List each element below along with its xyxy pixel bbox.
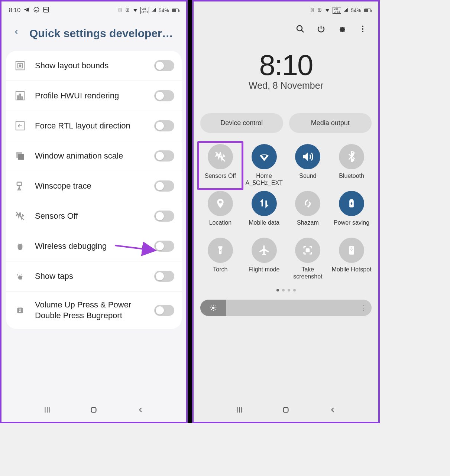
tile-mobile-data[interactable]: Mobile data: [244, 191, 284, 234]
recents-button[interactable]: [235, 406, 243, 415]
status-bar: Vo)LTE1 54%: [194, 1, 378, 19]
torch-icon: [208, 238, 233, 263]
svg-point-26: [263, 159, 265, 160]
svg-rect-8: [17, 96, 19, 100]
nav-bar: [194, 400, 378, 422]
volte-icon: Vo)LTE1: [333, 7, 341, 14]
tile-screenshot[interactable]: Take screenshot: [288, 238, 328, 281]
status-time: 8:10: [9, 7, 20, 14]
svg-point-23: [362, 26, 363, 27]
settings-screen: 8:10 Vo)LTE1 54% Quick settings develope…: [0, 0, 188, 423]
setting-label: Show taps: [35, 271, 146, 282]
tile-power-saving[interactable]: Power saving: [331, 191, 372, 234]
more-icon[interactable]: [358, 25, 367, 33]
wifi-icon: [132, 7, 138, 14]
toggle[interactable]: [154, 150, 174, 162]
signal-icon: [151, 7, 156, 14]
setting-winscope[interactable]: Winscope trace: [6, 171, 182, 201]
nav-bar: [1, 400, 186, 422]
toggle[interactable]: [154, 120, 174, 131]
setting-hwui[interactable]: Profile HWUI rendering: [6, 81, 182, 111]
back-button[interactable]: [13, 27, 20, 40]
tile-wifi[interactable]: Home A_5GHz_EXT: [244, 144, 284, 187]
tile-flight-mode[interactable]: Flight mode: [244, 238, 284, 281]
svg-point-29: [220, 250, 221, 251]
battery-percent: 54%: [351, 7, 361, 13]
setting-show-taps[interactable]: Show taps: [6, 261, 182, 291]
toggle[interactable]: [154, 60, 174, 71]
svg-point-0: [34, 7, 39, 12]
volte-icon: Vo)LTE1: [140, 7, 149, 14]
tile-label: Flight mode: [249, 266, 280, 281]
toggle[interactable]: [154, 271, 174, 282]
gear-icon[interactable]: [337, 25, 346, 33]
qs-toolbar: [194, 19, 378, 37]
svg-point-24: [362, 28, 363, 30]
brightness-slider[interactable]: ⋮: [200, 300, 372, 316]
setting-layout-bounds[interactable]: Show layout bounds: [6, 51, 182, 81]
setting-rtl[interactable]: Force RTL layout direction: [6, 111, 182, 141]
sound-icon: [295, 144, 320, 169]
toggle[interactable]: [154, 180, 174, 192]
svg-rect-10: [21, 97, 23, 100]
page-indicator: [194, 284, 378, 296]
alarm-icon: [125, 7, 130, 14]
hwui-icon: [13, 89, 27, 102]
svg-rect-19: [91, 408, 96, 413]
home-button[interactable]: [282, 406, 290, 415]
svg-rect-14: [17, 182, 22, 186]
back-nav-button[interactable]: [136, 406, 145, 415]
location-icon: [208, 191, 233, 216]
tile-bluetooth[interactable]: Bluetooth: [331, 144, 372, 187]
media-output-button[interactable]: Media output: [289, 113, 372, 133]
tile-sensors-off[interactable]: Sensors Off: [197, 141, 243, 190]
device-control-button[interactable]: Device control: [200, 113, 283, 133]
winscope-icon: [13, 179, 27, 193]
wifi-icon: [252, 144, 277, 169]
setting-label: Sensors Off: [35, 211, 146, 222]
setting-sensors-off[interactable]: Sensors Off: [6, 201, 182, 231]
tile-label: Power saving: [334, 219, 369, 234]
svg-rect-28: [350, 199, 353, 200]
toggle[interactable]: [154, 305, 174, 316]
setting-label: Volume Up Press & Power Double Press Bug…: [35, 300, 146, 321]
tile-sound[interactable]: Sound: [288, 144, 328, 187]
svg-line-18: [115, 245, 154, 250]
battery-percent: 54%: [159, 7, 169, 13]
tile-shazam[interactable]: Shazam: [288, 191, 328, 234]
bluetooth-icon: [339, 144, 364, 169]
tile-label: Sound: [299, 172, 316, 187]
setting-label: Force RTL layout direction: [35, 121, 146, 131]
home-button[interactable]: [90, 406, 98, 415]
telegram-icon: [23, 6, 30, 14]
tile-label: Take screenshot: [288, 266, 328, 281]
hotspot-icon: [339, 238, 364, 263]
toggle[interactable]: [154, 90, 174, 101]
wireless-debug-icon: [13, 239, 27, 253]
setting-label: Profile HWUI rendering: [35, 91, 146, 101]
tile-hotspot[interactable]: Mobile Hotspot: [331, 238, 372, 281]
toggle[interactable]: [154, 211, 174, 222]
setting-bugreport[interactable]: 2 Volume Up Press & Power Double Press B…: [6, 291, 182, 329]
show-taps-icon: [13, 270, 27, 283]
search-icon[interactable]: [296, 25, 305, 33]
highlight-arrow: [113, 242, 161, 258]
recents-button[interactable]: [43, 406, 51, 415]
svg-text:2: 2: [19, 308, 22, 313]
back-nav-button[interactable]: [328, 406, 337, 415]
tile-torch[interactable]: Torch: [200, 238, 240, 281]
brightness-more-icon[interactable]: ⋮: [360, 304, 367, 312]
svg-point-32: [351, 250, 352, 251]
tile-label: Sensors Off: [205, 172, 236, 187]
panel-date: Wed, 8 November: [194, 80, 378, 91]
settings-list: Show layout bounds Profile HWUI renderin…: [6, 51, 182, 329]
setting-window-anim[interactable]: Window animation scale: [6, 141, 182, 171]
tile-location[interactable]: Location: [200, 191, 240, 234]
power-icon[interactable]: [317, 25, 326, 33]
pill-buttons: Device control Media output: [194, 95, 378, 140]
power-saving-icon: [339, 191, 364, 216]
setting-label: Window animation scale: [35, 151, 146, 162]
clock-block: 8:10 Wed, 8 November: [194, 37, 378, 95]
setting-label: Show layout bounds: [35, 61, 146, 71]
svg-rect-9: [19, 94, 21, 100]
